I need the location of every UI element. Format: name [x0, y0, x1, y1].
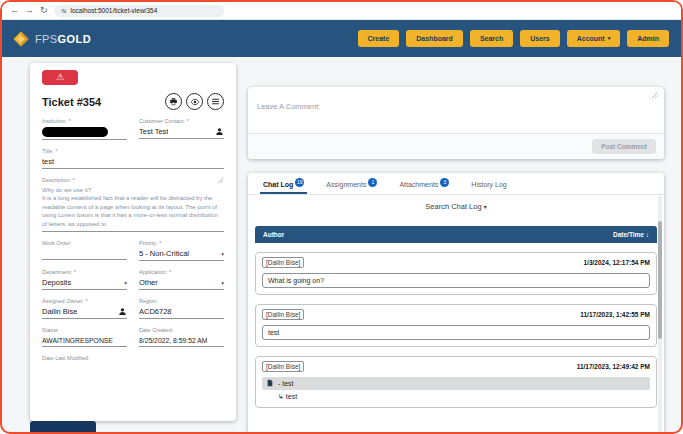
- region-input[interactable]: ACD6728: [139, 306, 224, 319]
- message-datetime: 11/17/2023, 1:42:55 PM: [580, 311, 650, 318]
- message-reply: ↳ test: [262, 390, 650, 401]
- expand-icon[interactable]: [651, 92, 658, 99]
- comment-card: Leave A Comment: Post Comment: [248, 87, 664, 159]
- sort-desc-icon: ↓: [646, 231, 649, 238]
- chevron-down-icon: ▾: [484, 204, 487, 210]
- chevron-down-icon: ▾: [608, 36, 611, 41]
- application-label: Application: *: [139, 269, 224, 275]
- redacted-value: [42, 127, 108, 137]
- chat-message: [Dailin Bise] 11/17/2023, 12:49:42 PM - …: [255, 356, 657, 408]
- chevron-down-icon: ▾: [221, 251, 224, 257]
- department-label: Department: *: [42, 269, 127, 275]
- post-comment-button[interactable]: Post Comment: [592, 139, 656, 154]
- browser-forward-icon[interactable]: →: [25, 6, 34, 15]
- file-icon: [266, 379, 274, 388]
- tab-chat-log[interactable]: Chat Log 19: [252, 173, 315, 194]
- datetime-column-header[interactable]: Date/Time ↓: [613, 231, 649, 238]
- assignments-count-badge: 1: [368, 178, 377, 187]
- users-button[interactable]: Users: [520, 30, 559, 47]
- customer-contact-input[interactable]: Test Test: [139, 126, 224, 139]
- nav-button-group: Create Dashboard Search Users Account▾ A…: [358, 30, 669, 47]
- attachments-count-badge: 3: [440, 178, 449, 187]
- fpsgold-logo-icon: [12, 30, 30, 48]
- comment-placeholder: Leave A Comment:: [257, 102, 320, 111]
- watch-button[interactable]: [186, 93, 203, 110]
- ticket-tabs-card: Chat Log 19 Assignments 1 Attachments 3 …: [248, 173, 664, 434]
- print-button[interactable]: [165, 93, 182, 110]
- title-label: Title: *: [42, 148, 224, 154]
- field-institution: Institution: *: [42, 118, 127, 140]
- priority-label: Priority: *: [139, 240, 224, 246]
- ticket-action-group: [161, 93, 224, 110]
- chat-log-count-badge: 19: [295, 178, 304, 187]
- attachment-name: - test: [278, 380, 294, 387]
- message-author: [Dailin Bise]: [262, 309, 304, 320]
- field-assigned-owner: Assigned Owner: * Dailin Bise: [42, 298, 127, 319]
- comment-input[interactable]: Leave A Comment:: [248, 87, 664, 133]
- site-info-icon[interactable]: [61, 8, 67, 14]
- author-column-header: Author: [263, 231, 284, 238]
- right-column: Leave A Comment: Post Comment Chat Log 1…: [248, 87, 664, 434]
- work-order-label: Work Order:: [42, 240, 127, 246]
- attachment-item[interactable]: - test: [262, 377, 650, 390]
- date-created-value: 8/25/2022, 8:59:52 AM: [139, 335, 224, 347]
- message-text: What is going on?: [262, 273, 650, 288]
- message-author: [Dailin Bise]: [262, 361, 304, 372]
- account-button[interactable]: Account▾: [567, 30, 621, 47]
- chat-table-header: Author Date/Time ↓: [255, 226, 657, 243]
- menu-button[interactable]: [207, 93, 224, 110]
- main-content: ⚠ Ticket #354 Instit: [2, 57, 681, 434]
- chevron-down-icon: ▾: [124, 280, 127, 286]
- scrollbar-thumb[interactable]: [658, 221, 662, 339]
- message-text: test: [262, 325, 650, 340]
- tab-attachments[interactable]: Attachments 3: [388, 173, 460, 194]
- description-input[interactable]: Why do we use it? It is a long establish…: [42, 186, 224, 232]
- brand-name: FPSGOLD: [35, 33, 91, 45]
- title-input[interactable]: test: [42, 156, 224, 169]
- message-author: [Dailin Bise]: [262, 257, 304, 268]
- admin-button[interactable]: Admin: [627, 30, 669, 47]
- message-datetime: 11/17/2023, 12:49:42 PM: [577, 363, 650, 370]
- app-header: FPSGOLD Create Dashboard Search Users Ac…: [2, 20, 681, 57]
- department-select[interactable]: Deposits▾: [42, 277, 127, 290]
- tab-assignments[interactable]: Assignments 1: [315, 173, 388, 194]
- create-button[interactable]: Create: [358, 30, 400, 47]
- application-select[interactable]: Other▾: [139, 277, 224, 290]
- person-icon[interactable]: [215, 127, 224, 136]
- field-priority: Priority: * 5 - Non-Critical▾: [139, 240, 224, 261]
- tab-history-log[interactable]: History Log: [460, 173, 517, 194]
- description-label: Description: *: [42, 177, 75, 183]
- assigned-owner-input[interactable]: Dailin Bise: [42, 306, 127, 319]
- ticket-detail-card: ⚠ Ticket #354 Instit: [30, 63, 236, 421]
- institution-input[interactable]: [42, 126, 127, 140]
- field-status: Status: AWAITINGRESPONSE: [42, 327, 127, 347]
- tab-bar: Chat Log 19 Assignments 1 Attachments 3 …: [248, 173, 664, 195]
- url-text: localhost:5001/ticket-view/354: [71, 7, 158, 14]
- chat-message: [Dailin Bise] 1/3/2024, 12:17:54 PM What…: [255, 252, 657, 295]
- browser-reload-icon[interactable]: ↻: [40, 6, 48, 15]
- browser-back-icon[interactable]: ←: [10, 6, 19, 15]
- field-date-created: Date Created: 8/25/2022, 8:59:52 AM: [139, 327, 224, 347]
- reply-arrow-icon: ↳: [278, 393, 284, 400]
- work-order-input[interactable]: [42, 248, 127, 260]
- person-icon[interactable]: [118, 307, 127, 316]
- warning-badge[interactable]: ⚠: [42, 70, 78, 85]
- chat-message-list: [Dailin Bise] 1/3/2024, 12:17:54 PM What…: [255, 252, 657, 408]
- search-button[interactable]: Search: [470, 30, 513, 47]
- region-label: Region:: [139, 298, 224, 304]
- ticket-title: Ticket #354: [42, 96, 101, 108]
- search-chat-log-toggle[interactable]: Search Chat Log ▾: [248, 195, 664, 216]
- resize-handle-icon[interactable]: [217, 177, 224, 184]
- message-datetime: 1/3/2024, 12:17:54 PM: [584, 259, 651, 266]
- status-label: Status:: [42, 327, 127, 333]
- field-title: Title: * test: [42, 148, 224, 169]
- field-application: Application: * Other▾: [139, 269, 224, 290]
- address-bar[interactable]: localhost:5001/ticket-view/354: [54, 5, 224, 17]
- chat-message: [Dailin Bise] 11/17/2023, 1:42:55 PM tes…: [255, 304, 657, 347]
- priority-select[interactable]: 5 - Non-Critical▾: [139, 248, 224, 261]
- dashboard-button[interactable]: Dashboard: [406, 30, 463, 47]
- chat-scrollbar[interactable]: [658, 195, 662, 434]
- status-value: AWAITINGRESPONSE: [42, 335, 127, 347]
- warning-icon: ⚠: [56, 73, 64, 82]
- field-description: Description: * Why do we use it? It is a…: [42, 177, 224, 232]
